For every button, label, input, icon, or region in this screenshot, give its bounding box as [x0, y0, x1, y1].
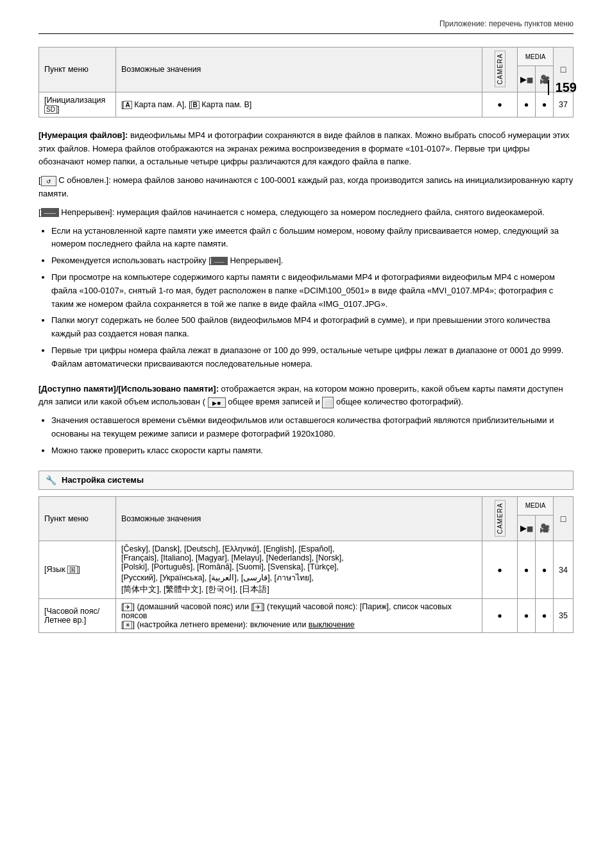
- th-media-group: MEDIA: [518, 48, 554, 66]
- th2-camera-col: CAMERA: [482, 496, 518, 541]
- table-row: [Инициализация SD] [A Карта пам. A], [B …: [39, 92, 574, 117]
- th2-rec-col: 🎥: [536, 515, 554, 541]
- rec-dot-lang: ●: [536, 541, 554, 599]
- wrench-icon: 🔧: [46, 475, 56, 485]
- dst-icon: ✳: [123, 621, 132, 629]
- memory-para: [Доступно памяти]/[Использовано памяти]:…: [38, 383, 574, 410]
- bullet-1: Если на установленной карте памяти уже и…: [51, 225, 574, 252]
- page-header: Приложение: перечень пунктов меню: [38, 19, 574, 34]
- th2-menu-col: Пункт меню: [39, 496, 116, 541]
- numbering-section: [Нумерация файлов]: видеофильмы MP4 и фо…: [38, 129, 574, 371]
- memory-bullets: Значения оставшегося времени съёмки виде…: [51, 414, 574, 457]
- values-timezone: [✈] (домашний часовой пояс) или [✈] (тек…: [116, 599, 482, 633]
- th-play-col: ▶⬛: [518, 66, 536, 92]
- play-dot-1: ●: [518, 92, 536, 117]
- photo-icon-mem: ⬜: [322, 397, 334, 408]
- menu-timezone: [Часовой пояс/Летнее вр.]: [39, 599, 116, 633]
- camera-label-2: CAMERA: [495, 500, 506, 537]
- menu-cell: [Инициализация SD]: [39, 92, 116, 117]
- bullet-2: Рекомендуется использовать настройку [——…: [51, 254, 574, 268]
- th2-book-col: □: [554, 496, 574, 541]
- numbering-para: [Нумерация файлов]: видеофильмы MP4 и фо…: [38, 129, 574, 169]
- system-settings-heading: 🔧 Настройка системы: [38, 471, 574, 490]
- a-icon: A: [123, 101, 132, 109]
- numbering-bullets: Если на установленной карте памяти уже и…: [51, 225, 574, 371]
- table-row-timezone: [Часовой пояс/Летнее вр.] [✈] (домашний …: [39, 599, 574, 633]
- bullet-3: При просмотре на компьютере содержимого …: [51, 271, 574, 311]
- th-values-col: Возможные значения: [116, 48, 482, 92]
- lang-icon: 国: [67, 566, 78, 574]
- curr-tz-icon: ✈: [253, 603, 262, 611]
- play-dot-lang: ●: [518, 541, 536, 599]
- cont-icon-inline: ——: [211, 257, 228, 265]
- menu-lang: [Язык 国]: [39, 541, 116, 599]
- memory-bullet-1: Значения оставшегося времени съёмки виде…: [51, 414, 574, 441]
- menu-table-1: Пункт меню Возможные значения CAMERA MED…: [38, 47, 574, 117]
- num-cell-1: 37: [554, 92, 574, 117]
- th-menu-col: Пункт меню: [39, 48, 116, 92]
- home-tz-icon: ✈: [123, 603, 132, 611]
- numbering-title: [Нумерация файлов]:: [38, 130, 128, 140]
- continuous-icon: ——: [41, 208, 59, 217]
- memory-section: [Доступно памяти]/[Использовано памяти]:…: [38, 383, 574, 458]
- values-cell: [A Карта пам. A], [B Карта пам. B]: [116, 92, 482, 117]
- updated-icon: ↺: [41, 176, 56, 186]
- camera-label: CAMERA: [495, 51, 506, 87]
- updated-para: [↺ С обновлен.]: номера файлов заново на…: [38, 174, 574, 201]
- system-settings-label: Настройка системы: [62, 475, 144, 485]
- bullet-4: Папки могут содержать не более 500 файло…: [51, 314, 574, 341]
- b-icon: B: [191, 101, 200, 109]
- cam-dot-1: ●: [482, 92, 518, 117]
- th2-values-col: Возможные значения: [116, 496, 482, 541]
- memory-bullet-2: Можно также проверить класс скорости кар…: [51, 444, 574, 458]
- header-title: Приложение: перечень пунктов меню: [439, 19, 574, 28]
- th-camera-col: CAMERA: [482, 48, 518, 92]
- sd-icon: SD: [44, 105, 57, 114]
- main-content: Приложение: перечень пунктов меню Пункт …: [38, 19, 574, 633]
- rec-dot-tz: ●: [536, 599, 554, 633]
- num-tz: 35: [554, 599, 574, 633]
- rec-dot-1: ●: [536, 92, 554, 117]
- bullet-5: Первые три цифры номера файла лежат в ди…: [51, 344, 574, 371]
- page-number: 159: [548, 80, 577, 95]
- menu-table-2: Пункт меню Возможные значения CAMERA MED…: [38, 496, 574, 634]
- continuous-para: [—— Непрерывен]: нумерация файлов начина…: [38, 206, 574, 220]
- th2-play-col: ▶⬛: [518, 515, 536, 541]
- num-lang: 34: [554, 541, 574, 599]
- video-icon-mem: ▶■: [208, 397, 226, 408]
- table-row-lang: [Язык 国] [Česky], [Dansk], [Deutsch], [Ε…: [39, 541, 574, 599]
- play-dot-tz: ●: [518, 599, 536, 633]
- cam-dot-lang: ●: [482, 541, 518, 599]
- values-lang: [Česky], [Dansk], [Deutsch], [Ελληνικά],…: [116, 541, 482, 599]
- cam-dot-tz: ●: [482, 599, 518, 633]
- th2-media-group: MEDIA: [518, 496, 554, 515]
- memory-title: [Доступно памяти]/[Использовано памяти]:: [38, 384, 219, 394]
